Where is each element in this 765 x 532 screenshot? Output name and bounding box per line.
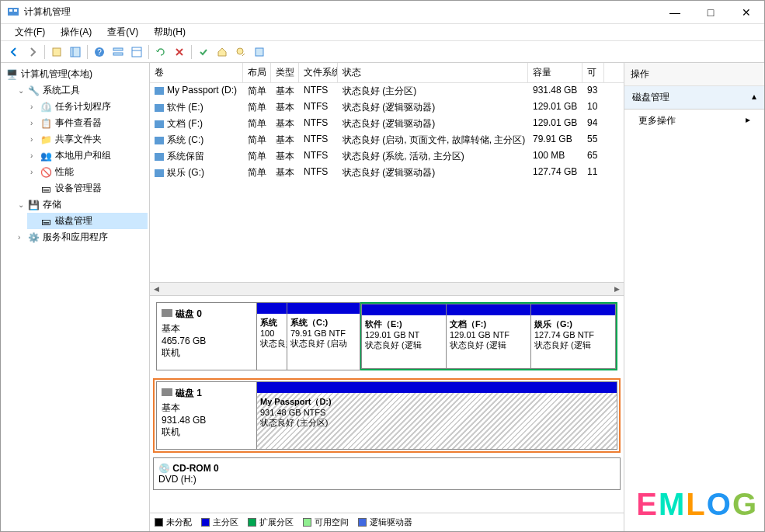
col-type[interactable]: 类型 (271, 63, 299, 82)
tree-label: 计算机管理(本地) (21, 68, 92, 81)
titlebar: 计算机管理 — □ ✕ (1, 1, 764, 24)
maximize-button[interactable]: □ (693, 1, 728, 24)
properties-icon[interactable] (48, 43, 65, 61)
legend: 未分配 主分区 扩展分区 可用空间 逻辑驱动器 (150, 513, 624, 531)
refresh-icon[interactable] (251, 43, 268, 61)
expand-icon[interactable]: › (30, 119, 40, 127)
menu-help[interactable]: 帮助(H) (146, 23, 193, 41)
back-button[interactable] (5, 43, 23, 61)
chevron-right-icon: ▸ (746, 114, 750, 127)
partition[interactable]: 系统 100 状态良好 (256, 302, 287, 370)
tree-root[interactable]: 🖥️ 计算机管理(本地) (2, 66, 148, 82)
partition-size: 931.48 GB NTFS (260, 408, 614, 417)
expand-icon[interactable]: › (30, 151, 40, 160)
menu-view[interactable]: 查看(V) (99, 23, 146, 41)
col-layout[interactable]: 布局 (243, 63, 271, 82)
disk-1-info[interactable]: 磁盘 1 基本 931.48 GB 联机 (156, 381, 257, 450)
tree-system-tools[interactable]: ⌄ 🔧 系统工具 (15, 82, 148, 99)
computer-icon: 🖥️ (5, 68, 18, 81)
partition[interactable]: 文档（F:) 129.01 GB NTF 状态良好 (逻辑 (446, 304, 531, 369)
detail-icon[interactable] (128, 43, 145, 61)
home-icon[interactable] (214, 43, 231, 61)
disk-type: 基本 (162, 322, 252, 336)
partition-status: 状态良好 (逻辑 (534, 339, 612, 351)
partition[interactable]: 软件（E:) 129.01 GB NT 状态良好 (逻辑 (361, 304, 447, 369)
horizontal-scrollbar[interactable]: ◀ ▶ (150, 282, 624, 295)
disk-name: 磁盘 0 (176, 308, 202, 319)
tree-shared-folders[interactable]: ›📁共享文件夹 (27, 131, 148, 148)
svg-line-13 (242, 54, 245, 56)
actions-section[interactable]: 磁盘管理 ▴ (624, 86, 764, 110)
app-icon (7, 6, 19, 19)
disk-1-block: 磁盘 1 基本 931.48 GB 联机 My Passport（D:) 931… (153, 378, 621, 453)
legend-primary: 主分区 (201, 516, 238, 528)
table-row[interactable]: 系统保留简单基本NTFS状态良好 (系统, 活动, 主分区)100 MB65 (150, 148, 624, 165)
expand-icon[interactable]: › (30, 135, 40, 144)
expand-icon[interactable]: › (18, 233, 27, 242)
partition[interactable]: 系统（C:) 79.91 GB NTF 状态良好 (启动 (287, 302, 360, 370)
delete-icon[interactable] (171, 43, 188, 61)
table-row[interactable]: 软件 (E:)简单基本NTFS状态良好 (逻辑驱动器)129.01 GB10 (150, 99, 624, 116)
collapse-icon[interactable]: ⌄ (18, 86, 27, 95)
minimize-button[interactable]: — (657, 1, 693, 24)
disk-size: 465.76 GB (162, 336, 252, 346)
col-status[interactable]: 状态 (338, 63, 528, 82)
disk-0-info[interactable]: 磁盘 0 基本 465.76 GB 联机 (156, 302, 257, 370)
list-icon[interactable] (110, 43, 127, 61)
col-filesystem[interactable]: 文件系统 (299, 63, 338, 82)
search-icon[interactable] (232, 43, 249, 61)
extended-partition: 软件（E:) 129.01 GB NT 状态良好 (逻辑 文档（F:) 129.… (360, 302, 617, 370)
partition[interactable]: My Passport（D:) 931.48 GB NTFS 状态良好 (主分区… (256, 381, 617, 450)
collapse-icon[interactable]: ▴ (752, 91, 756, 104)
undo-icon[interactable] (152, 43, 169, 61)
tree-label: 共享文件夹 (55, 133, 102, 146)
tree-disk-management[interactable]: 🖴磁盘管理 (27, 213, 148, 229)
separator (87, 45, 88, 59)
table-row[interactable]: 娱乐 (G:)简单基本NTFS状态良好 (逻辑驱动器)127.74 GB11 (150, 165, 624, 181)
expand-icon[interactable]: › (30, 168, 40, 176)
table-row[interactable]: My Passport (D:)简单基本NTFS状态良好 (主分区)931.48… (150, 83, 624, 99)
collapse-icon[interactable]: ⌄ (18, 200, 27, 209)
menu-action[interactable]: 操作(A) (53, 23, 99, 41)
check-icon[interactable] (195, 43, 212, 61)
partition-status: 状态良好 (启动 (290, 338, 356, 349)
svg-text:?: ? (97, 48, 102, 57)
section-label: 磁盘管理 (632, 91, 669, 104)
partition-size: 100 (260, 329, 283, 338)
disk-name: 磁盘 1 (176, 388, 202, 398)
table-row[interactable]: 系统 (C:)简单基本NTFS状态良好 (启动, 页面文件, 故障转储, 主分区… (150, 132, 624, 148)
svg-rect-3 (53, 48, 61, 56)
folder-icon: 📁 (40, 134, 52, 146)
swatch-icon (155, 518, 163, 527)
tree-task-scheduler[interactable]: ›⏲️任务计划程序 (27, 99, 148, 115)
more-actions[interactable]: 更多操作 ▸ (624, 110, 764, 132)
col-volume[interactable]: 卷 (150, 63, 243, 82)
tree-device-manager[interactable]: 🖴设备管理器 (27, 180, 148, 196)
tree-performance[interactable]: ›🚫性能 (27, 164, 148, 180)
tree-view-icon[interactable] (67, 43, 84, 61)
swatch-icon (248, 518, 256, 527)
legend-label: 主分区 (213, 516, 238, 528)
legend-extended: 扩展分区 (248, 516, 294, 528)
expand-icon[interactable]: › (30, 103, 40, 111)
partition-header (362, 304, 446, 315)
help-icon[interactable]: ? (91, 43, 108, 61)
tree-event-viewer[interactable]: ›📋事件查看器 (27, 115, 148, 131)
scroll-right-icon[interactable]: ▶ (610, 283, 624, 296)
menu-file[interactable]: 文件(F) (7, 23, 53, 41)
close-button[interactable]: ✕ (728, 1, 764, 24)
cdrom-block[interactable]: 💿 CD-ROM 0 DVD (H:) (153, 457, 621, 490)
table-row[interactable]: 文档 (F:)简单基本NTFS状态良好 (逻辑驱动器)129.01 GB94 (150, 116, 624, 132)
partition[interactable]: 娱乐（G:) 127.74 GB NTF 状态良好 (逻辑 (530, 304, 616, 369)
swatch-icon (201, 518, 210, 527)
tree-services[interactable]: › ⚙️ 服务和应用程序 (15, 229, 148, 245)
col-capacity[interactable]: 容量 (528, 63, 582, 82)
partition-status: 状态良好 (260, 338, 283, 349)
action-label: 更多操作 (638, 114, 676, 127)
scroll-left-icon[interactable]: ◀ (150, 283, 163, 296)
partition-size: 129.01 GB NT (365, 330, 443, 339)
forward-button[interactable] (24, 43, 41, 61)
tree-storage[interactable]: ⌄ 💾 存储 (15, 196, 148, 213)
col-free[interactable]: 可 (582, 63, 604, 82)
tree-local-users[interactable]: ›👥本地用户和组 (27, 148, 148, 164)
